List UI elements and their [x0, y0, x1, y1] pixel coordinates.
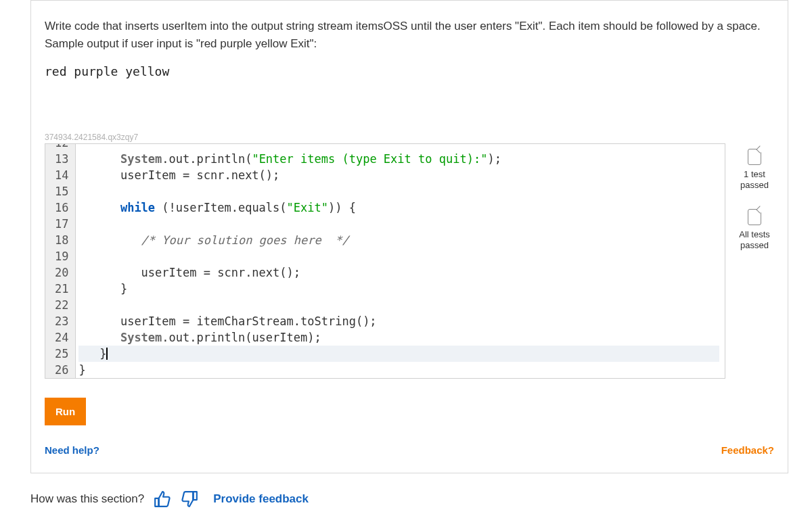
line-number: 17 — [55, 216, 68, 232]
run-button[interactable]: Run — [45, 398, 86, 425]
need-help-link[interactable]: Need help? — [45, 444, 99, 456]
code-content[interactable]: System.out.println("Enter items (type Ex… — [76, 144, 725, 378]
provide-feedback-link[interactable]: Provide feedback — [213, 492, 309, 506]
code-line[interactable] — [78, 144, 719, 151]
line-number: 23 — [55, 313, 68, 329]
test-status-label: 1 test — [735, 169, 774, 180]
code-line[interactable]: System.out.println(userItem); — [78, 329, 719, 346]
sample-output: red purple yellow — [45, 64, 774, 78]
line-gutter: 121314151617181920212223242526 — [45, 144, 76, 378]
section-question: How was this section? — [30, 492, 144, 506]
code-line[interactable]: while (!userItem.equals("Exit")) { — [78, 200, 719, 216]
test-status-label: passed — [735, 240, 774, 251]
code-line[interactable]: userItem = scnr.next(); — [78, 167, 719, 183]
code-line[interactable]: } — [78, 281, 719, 297]
test-status-item[interactable]: All testspassed — [735, 209, 774, 250]
feedback-link[interactable]: Feedback? — [721, 444, 774, 456]
section-feedback-row: How was this section? Provide feedback — [30, 490, 788, 508]
editor-area: 121314151617181920212223242526 System.ou… — [45, 143, 774, 379]
line-number: 16 — [55, 200, 68, 216]
line-number: 21 — [55, 281, 68, 297]
activity-card: Write code that inserts userItem into th… — [30, 0, 788, 473]
thumbs-up-icon[interactable] — [154, 490, 171, 508]
line-number: 12 — [55, 144, 68, 151]
code-line[interactable]: /* Your solution goes here */ — [78, 232, 719, 248]
line-number: 14 — [55, 167, 68, 183]
code-line[interactable] — [78, 183, 719, 200]
test-status-label: All tests — [735, 229, 774, 240]
code-line[interactable]: userItem = scnr.next(); — [78, 264, 719, 281]
line-number: 20 — [55, 264, 68, 281]
code-line[interactable] — [78, 297, 719, 313]
test-status-label: passed — [735, 180, 774, 191]
document-icon — [748, 149, 761, 165]
code-line[interactable] — [78, 248, 719, 264]
thumbs-down-icon[interactable] — [181, 490, 198, 508]
line-number: 19 — [55, 248, 68, 264]
test-status-sidebar: 1 testpassedAll testspassed — [735, 143, 774, 250]
code-line[interactable]: } — [78, 346, 719, 362]
code-line[interactable] — [78, 216, 719, 232]
test-status-item[interactable]: 1 testpassed — [735, 149, 774, 190]
code-line[interactable]: System.out.println("Enter items (type Ex… — [78, 151, 719, 167]
line-number: 18 — [55, 232, 68, 248]
code-line[interactable]: } — [78, 362, 719, 378]
code-line[interactable]: userItem = itemCharStream.toString(); — [78, 313, 719, 329]
text-cursor — [106, 348, 108, 360]
tracking-id: 374934.2421584.qx3zqy7 — [45, 133, 774, 142]
line-number: 26 — [55, 362, 68, 378]
code-editor[interactable]: 121314151617181920212223242526 System.ou… — [45, 143, 725, 379]
line-number: 25 — [55, 346, 68, 362]
help-row: Need help? Feedback? — [45, 444, 774, 456]
document-icon — [748, 209, 761, 225]
line-number: 22 — [55, 297, 68, 313]
prompt-text: Write code that inserts userItem into th… — [45, 18, 774, 52]
line-number: 15 — [55, 183, 68, 200]
line-number: 13 — [55, 151, 68, 167]
line-number: 24 — [55, 329, 68, 346]
